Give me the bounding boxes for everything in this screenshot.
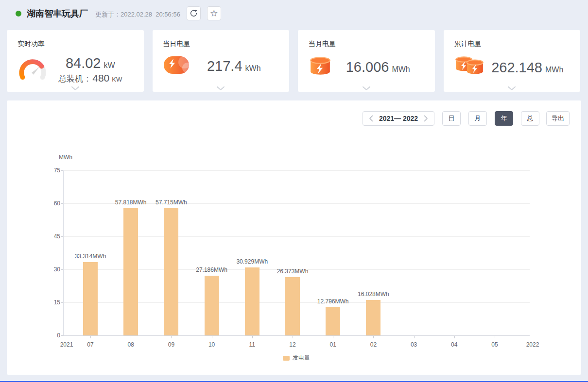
stat-value: 217.4 xyxy=(207,58,242,74)
status-dot xyxy=(16,11,21,17)
stat-card-monthly-energy: 当月电量 16.006 MWh xyxy=(298,30,435,92)
export-button[interactable]: 导出 xyxy=(546,111,570,126)
bar[interactable] xyxy=(164,208,178,335)
stat-value: 262.148 xyxy=(491,60,542,76)
stat-unit: MWh xyxy=(392,65,410,74)
date-range-picker[interactable]: 2021— 2022 xyxy=(363,111,434,126)
updated-timestamp: 更新于：2022.02.28 20:56:56 xyxy=(95,10,180,19)
bar[interactable] xyxy=(123,208,138,335)
x-tick-label: 02 xyxy=(359,341,388,348)
x-axis-tick xyxy=(171,336,172,338)
x-tick-label: 04 xyxy=(440,341,469,348)
x-axis-tick xyxy=(252,336,253,338)
x-axis-tick xyxy=(454,336,455,338)
bar-value-label: 27.186MWh xyxy=(185,266,239,273)
star-icon: ☆ xyxy=(210,9,218,18)
x-axis-tick xyxy=(333,336,333,338)
bar-value-label: 30.929MWh xyxy=(225,258,279,265)
stat-label: 累计电量 xyxy=(454,40,570,49)
x-tick-label: 01 xyxy=(318,341,347,348)
bar[interactable] xyxy=(366,300,380,335)
tab-year[interactable]: 年 xyxy=(495,111,513,126)
tab-total[interactable]: 总 xyxy=(521,111,539,126)
installed-capacity-label: 总装机： xyxy=(58,73,91,84)
legend-swatch xyxy=(283,356,290,361)
x-axis-tick xyxy=(293,336,293,338)
stat-card-total-energy: 累计电量 xyxy=(444,30,581,92)
stat-value: 16.006 xyxy=(346,59,389,75)
x-tick-label: 12 xyxy=(278,341,307,348)
stat-label: 当月电量 xyxy=(309,40,424,49)
installed-capacity-unit: KW xyxy=(112,76,122,83)
x-axis-tick xyxy=(495,336,495,338)
stat-value: 84.02 xyxy=(66,55,101,71)
legend-item[interactable]: 发电量 xyxy=(283,354,310,362)
stat-unit: kW xyxy=(104,61,115,70)
expand-chevron-icon[interactable] xyxy=(71,86,79,90)
bolt-pill-icon xyxy=(163,55,190,77)
stat-unit: MWh xyxy=(545,66,563,74)
chart-toolbar: 2021— 2022 日 月 年 总 导出 xyxy=(363,111,570,126)
x-tick-label: 08 xyxy=(116,341,145,348)
stats-row: 实时功率 84.02 kW xyxy=(7,30,580,92)
bar[interactable] xyxy=(326,307,340,335)
y-tick-label: 15 xyxy=(41,299,60,306)
x-tick-label: 05 xyxy=(480,341,509,348)
y-axis-tick xyxy=(61,335,63,336)
bar[interactable] xyxy=(245,267,259,335)
next-range-icon[interactable] xyxy=(424,115,428,122)
y-tick-label: 45 xyxy=(41,233,60,240)
stat-label: 实时功率 xyxy=(17,40,133,49)
refresh-icon xyxy=(190,9,198,17)
x-axis-tick xyxy=(90,336,91,338)
tab-day[interactable]: 日 xyxy=(442,111,461,126)
stat-label: 当日电量 xyxy=(163,40,279,49)
expand-chevron-icon[interactable] xyxy=(508,86,516,90)
header: 湖南智丰玩具厂 更新于：2022.02.28 20:56:56 ☆ xyxy=(0,0,588,27)
date-range-label: 2021— 2022 xyxy=(379,115,418,122)
bar-value-label: 12.796MWh xyxy=(306,298,360,305)
battery-stack-icon xyxy=(454,55,485,80)
installed-capacity-value: 480 xyxy=(92,72,109,84)
stat-card-daily-energy: 当日电量 217.4 kWh xyxy=(153,30,290,92)
tab-month[interactable]: 月 xyxy=(468,111,487,126)
x-tick-label: 2022 xyxy=(518,341,547,348)
bar-chart: MWh 发电量 015304560750733.314MWh0857.818MW… xyxy=(7,154,581,372)
refresh-button[interactable] xyxy=(187,6,201,20)
bar-value-label: 57.715MWh xyxy=(144,199,198,206)
expand-chevron-icon[interactable] xyxy=(217,86,225,90)
y-tick-label: 0 xyxy=(41,332,60,339)
gridline xyxy=(63,335,530,336)
gauge-icon xyxy=(17,56,48,83)
bar-value-label: 16.028MWh xyxy=(346,291,400,298)
bar[interactable] xyxy=(83,262,98,335)
gridline xyxy=(63,170,530,171)
favorite-button[interactable]: ☆ xyxy=(207,6,221,20)
x-tick-label: 03 xyxy=(399,341,429,348)
y-tick-label: 60 xyxy=(41,200,60,207)
y-axis-title: MWh xyxy=(59,154,72,161)
bar-value-label: 26.373MWh xyxy=(266,268,319,275)
chart-panel: 2021— 2022 日 月 年 总 导出 MWh 发电量 0153045607… xyxy=(7,100,581,375)
x-tick-label: 09 xyxy=(156,341,186,348)
x-axis-tick xyxy=(212,336,212,338)
legend-label: 发电量 xyxy=(293,354,310,362)
x-tick-label: 11 xyxy=(238,341,267,348)
battery-cylinder-icon xyxy=(309,55,332,79)
y-tick-label: 75 xyxy=(41,167,60,174)
x-axis-tick xyxy=(131,336,131,338)
x-axis-tick xyxy=(414,336,415,338)
bar-value-label: 33.314MWh xyxy=(64,253,117,260)
y-tick-label: 30 xyxy=(41,266,60,273)
x-tick-label: 10 xyxy=(197,341,226,348)
bar[interactable] xyxy=(285,277,300,335)
x-tick-label: 2021 xyxy=(52,341,81,348)
stat-unit: kWh xyxy=(245,64,261,73)
prev-range-icon[interactable] xyxy=(369,115,373,122)
x-axis-tick xyxy=(373,336,374,338)
expand-chevron-icon[interactable] xyxy=(363,86,370,90)
stat-card-realtime-power: 实时功率 84.02 kW xyxy=(7,30,144,92)
site-title: 湖南智丰玩具厂 xyxy=(27,8,88,19)
bar[interactable] xyxy=(205,276,219,335)
